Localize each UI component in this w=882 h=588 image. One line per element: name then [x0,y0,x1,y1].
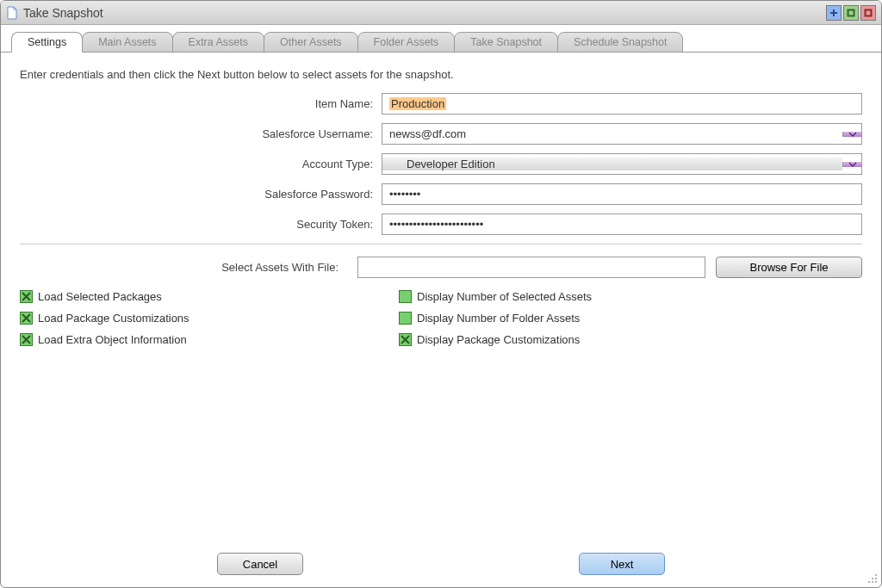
tab-settings[interactable]: Settings [11,32,83,53]
svg-point-7 [875,574,877,576]
browse-for-file-button[interactable]: Browse For File [716,257,862,278]
svg-point-5 [868,581,870,583]
window-maximize-button[interactable] [843,5,859,21]
label-security-token: Security Token: [20,218,382,231]
input-select-assets-file[interactable] [357,257,705,278]
window-title: Take Snapshot [23,6,821,20]
input-salesforce-password-value: •••••••• [389,188,420,201]
checkbox-display-number-selected-assets[interactable]: Display Number of Selected Assets [399,290,778,303]
input-salesforce-username[interactable]: newss@df.com [382,123,862,145]
svg-point-3 [872,581,873,583]
row-salesforce-password: Salesforce Password: •••••••• [20,183,862,205]
label-account-type: Account Type: [20,158,382,170]
options-grid: Load Selected Packages Load Package Cust… [20,290,862,355]
label-salesforce-username: Salesforce Username: [20,127,382,140]
titlebar: Take Snapshot [1,1,881,25]
checkbox-label: Load Extra Object Information [38,333,187,346]
options-column-right: Display Number of Selected Assets Displa… [399,290,778,355]
checkbox-display-package-customizations[interactable]: Display Package Customizations [399,333,778,346]
window-add-button[interactable] [826,5,842,21]
checkbox-icon [399,290,412,303]
divider [20,244,862,244]
checkbox-icon [20,312,33,325]
tab-schedule-snapshot[interactable]: Schedule Snapshot [557,32,683,53]
label-select-assets-file: Select Assets With File: [20,261,347,274]
chevron-down-icon [848,132,857,137]
select-account-type[interactable]: Developer Edition [382,153,862,175]
svg-rect-0 [848,9,854,15]
resize-grip-icon[interactable] [867,573,878,584]
tab-main-assets[interactable]: Main Assets [82,32,172,53]
chevron-down-icon [848,162,857,167]
checkbox-icon [20,290,33,303]
checkbox-load-selected-packages[interactable]: Load Selected Packages [20,290,399,303]
footer-buttons: Cancel Next [1,553,881,575]
row-select-assets-file: Select Assets With File: Browse For File [20,257,862,278]
input-salesforce-password[interactable]: •••••••• [382,183,862,205]
tab-content-settings: Enter credentials and then click the Nex… [1,53,881,587]
instructions-text: Enter credentials and then click the Nex… [20,68,862,81]
checkbox-label: Load Selected Packages [38,290,162,303]
next-button[interactable]: Next [579,553,665,575]
input-security-token-value: •••••••••••••••••••••••• [389,218,483,231]
cancel-button[interactable]: Cancel [217,553,303,575]
label-salesforce-password: Salesforce Password: [20,188,382,201]
checkbox-load-extra-object-information[interactable]: Load Extra Object Information [20,333,399,346]
checkbox-load-package-customizations[interactable]: Load Package Customizations [20,312,399,325]
select-account-type-value: Developer Edition [382,158,842,170]
window-take-snapshot: Take Snapshot Settings Main Assets Extra… [0,0,882,588]
svg-point-4 [875,578,877,579]
checkbox-label: Load Package Customizations [38,312,189,325]
tab-extra-assets[interactable]: Extra Assets [172,32,264,53]
checkbox-icon [399,312,412,325]
row-salesforce-username: Salesforce Username: newss@df.com [20,123,862,145]
tab-folder-assets[interactable]: Folder Assets [357,32,456,53]
window-close-button[interactable] [860,5,876,21]
checkbox-label: Display Number of Folder Assets [417,312,580,325]
row-item-name: Item Name: Production [20,93,862,115]
tab-strip: Settings Main Assets Extra Assets Other … [1,25,881,53]
tab-other-assets[interactable]: Other Assets [264,32,358,53]
label-item-name: Item Name: [20,97,382,110]
input-security-token[interactable]: •••••••••••••••••••••••• [382,214,862,235]
svg-point-2 [875,581,877,583]
dropdown-button-account-type[interactable] [842,162,861,167]
input-item-name[interactable]: Production [382,93,862,115]
row-security-token: Security Token: •••••••••••••••••••••••• [20,214,862,235]
checkbox-display-number-folder-assets[interactable]: Display Number of Folder Assets [399,312,778,325]
input-salesforce-username-value: newss@df.com [382,127,842,140]
options-column-left: Load Selected Packages Load Package Cust… [20,290,399,355]
input-item-name-value: Production [389,97,446,110]
row-account-type: Account Type: Developer Edition [20,153,862,175]
document-icon [6,6,18,20]
checkbox-label: Display Package Customizations [417,333,580,346]
svg-point-6 [872,578,873,579]
tab-take-snapshot[interactable]: Take Snapshot [454,32,558,53]
dropdown-button-username[interactable] [842,132,861,137]
checkbox-icon [20,333,33,346]
window-controls [826,5,876,21]
checkbox-label: Display Number of Selected Assets [417,290,592,303]
checkbox-icon [399,333,412,346]
svg-rect-1 [866,9,872,15]
